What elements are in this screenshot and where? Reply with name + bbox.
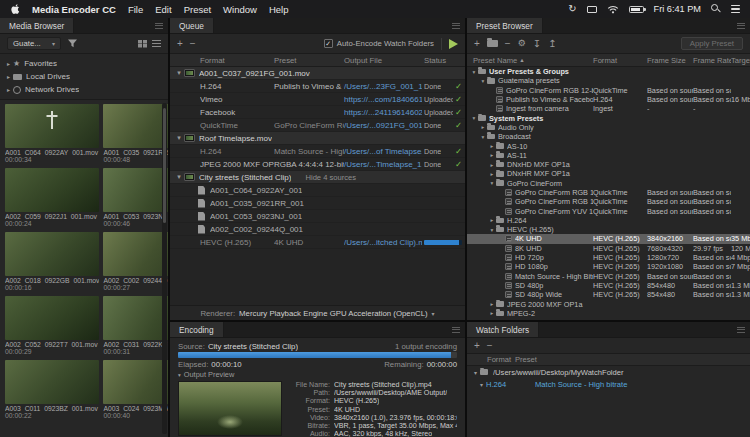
watch-folder-row[interactable]: ▾/Users/wwwiii/Desktop/MyWatchFolder: [467, 366, 750, 378]
auto-encode-checkbox[interactable]: ✓ Auto-Encode Watch Folders: [324, 39, 434, 48]
preset-row[interactable]: GoPro CineForm RGB 12-bit with alphaQuic…: [467, 188, 750, 197]
output-file-link[interactable]: /Users/...Timelapse_1.mxf: [344, 160, 422, 169]
menu-preset[interactable]: Preset: [184, 4, 211, 15]
collapse-icon[interactable]: ▾: [477, 381, 486, 388]
tree-item-local-drives[interactable]: ▸Local Drives: [0, 70, 168, 83]
add-source-button[interactable]: +: [177, 39, 183, 49]
import-preset-button[interactable]: ↧: [533, 39, 541, 49]
preset-row[interactable]: HD 720pHEVC (H.265)1280x720Based on sour…: [467, 253, 750, 262]
collapse-icon[interactable]: ▾: [470, 115, 478, 121]
grid-view-icon[interactable]: [138, 40, 147, 48]
clip-item[interactable]: A002_C059_0922J1_001.mov00:00:24: [5, 168, 99, 227]
collapse-icon[interactable]: ▾: [174, 134, 184, 142]
collapse-icon[interactable]: ▾: [488, 180, 496, 186]
remove-source-button[interactable]: −: [190, 39, 196, 49]
panel-menu-icon[interactable]: [732, 322, 750, 337]
preset-group-row[interactable]: ▸H.264: [467, 216, 750, 225]
source-dropdown[interactable]: Guate... ▾: [7, 37, 61, 50]
preset-group-row[interactable]: ▸JPEG 2000 MXF OP1a: [467, 299, 750, 308]
collapse-icon[interactable]: ▾: [471, 369, 480, 376]
spotlight-icon[interactable]: [711, 4, 721, 14]
clip-item[interactable]: A001_C064_0922AY_001.mov00:00:34: [5, 104, 99, 163]
renderer-dropdown[interactable]: Mercury Playback Engine GPU Acceleration…: [239, 309, 428, 318]
output-file-link[interactable]: /Users/...itched Clip).mp4: [344, 238, 422, 247]
wifi-icon[interactable]: [607, 5, 619, 14]
queue-group-row[interactable]: ▾City streets (Stitched Clip)Hide 4 sour…: [170, 171, 465, 184]
sync-icon[interactable]: ↻: [568, 4, 576, 14]
queue-source-row[interactable]: A001_C064_0922AY_001: [170, 184, 465, 197]
menu-edit[interactable]: Edit: [155, 4, 171, 15]
clip-item[interactable]: A001_C053_0923NJ_001.mov00:00:46: [103, 168, 168, 227]
watch-preset-dropdown[interactable]: Match Source - High bitrate: [535, 380, 750, 389]
tree-item-network-drives[interactable]: ▸Network Drives: [0, 83, 168, 96]
clip-item[interactable]: A003_C024_0923MM_001.mov00:00:40: [103, 360, 168, 419]
column-format[interactable]: Format: [593, 56, 647, 65]
column-target-rate[interactable]: Target Rate: [731, 56, 750, 65]
preset-group-row[interactable]: ▾Broadcast: [467, 132, 750, 141]
preset-group-row[interactable]: ▸DNxHD MXF OP1a: [467, 160, 750, 169]
queue-output-row[interactable]: Facebookhttps://...24119614602283Uploade…: [170, 106, 465, 119]
add-watch-folder-button[interactable]: +: [474, 341, 480, 351]
preset-row[interactable]: Match Source - High BitrateHEVC (H.265)B…: [467, 272, 750, 281]
menu-bar-clock[interactable]: Fri 6:41 PM: [654, 4, 701, 14]
preset-row[interactable]: 4K UHDHEVC (H.265)3840x2160Based on sour…: [467, 234, 750, 243]
preset-group-row[interactable]: ▾User Presets & Groups: [467, 67, 750, 76]
apply-preset-button[interactable]: Apply Preset: [681, 37, 743, 50]
column-status[interactable]: Status: [422, 56, 465, 65]
expand-icon[interactable]: ▸: [488, 217, 496, 223]
remove-watch-folder-button[interactable]: −: [487, 341, 493, 351]
expand-icon[interactable]: ▸: [488, 143, 496, 149]
output-preview-toggle[interactable]: ▾ Output Preview: [178, 370, 457, 379]
watch-output-row[interactable]: ▾H.264Match Source - High bitrate: [467, 378, 750, 390]
column-format[interactable]: Format: [467, 355, 515, 364]
preset-row[interactable]: GoPro CineForm RGB 12-bit with alpha at …: [467, 197, 750, 206]
display-icon[interactable]: [587, 6, 597, 13]
preset-row[interactable]: GoPro CineForm RGB 12-bit with alpha (Al…: [467, 86, 750, 95]
tree-item-favorites[interactable]: ▸★Favorites: [0, 57, 168, 70]
output-file-link[interactable]: /Users/...0921FG_001.mov: [344, 121, 422, 130]
expand-icon[interactable]: ▸: [479, 124, 487, 130]
delete-preset-button[interactable]: −: [505, 39, 511, 49]
queue-output-row[interactable]: HEVC (H.265)4K UHD/Users/...itched Clip)…: [170, 236, 465, 249]
scrollbar-thumb[interactable]: [163, 108, 166, 223]
new-group-button[interactable]: [487, 40, 498, 47]
column-frame-rate[interactable]: Frame Rate: [693, 56, 731, 65]
queue-output-row[interactable]: H.264Match Source - High bitrate/Users/.…: [170, 145, 465, 158]
preset-group-row[interactable]: ▸DNxHR MXF OP1a: [467, 169, 750, 178]
watch-format-dropdown[interactable]: H.264: [486, 380, 535, 389]
clip-item[interactable]: A002_C002_09244Q_001.mov00:00:27: [103, 232, 168, 291]
tab-encoding[interactable]: Encoding: [170, 322, 224, 337]
tab-preset-browser[interactable]: Preset Browser: [467, 18, 543, 33]
preset-row[interactable]: SD 480pHEVC (H.265)854x480Based on sourc…: [467, 281, 750, 290]
preset-settings-button[interactable]: ⚙: [518, 39, 526, 48]
output-file-link[interactable]: /Users/...23FG_001_1.mp4: [344, 82, 422, 91]
new-preset-button[interactable]: +: [474, 39, 480, 49]
queue-source-row[interactable]: A002_C002_09244Q_001: [170, 223, 465, 236]
preset-row[interactable]: GoPro CineForm YUV 10-bitQuickTimeBased …: [467, 206, 750, 215]
notification-center-icon[interactable]: [731, 5, 740, 14]
preset-row[interactable]: HD 1080pHEVC (H.265)1920x1080Based on so…: [467, 262, 750, 271]
start-queue-button[interactable]: [449, 39, 458, 49]
preset-group-row[interactable]: ▾HEVC (H.265): [467, 225, 750, 234]
column-preset-name[interactable]: Preset Name▲: [467, 56, 593, 65]
preset-group-row[interactable]: ▸Audio Only: [467, 123, 750, 132]
column-format[interactable]: Format: [170, 56, 274, 65]
panel-menu-icon[interactable]: [447, 322, 465, 337]
list-view-icon[interactable]: [152, 40, 161, 48]
column-frame-size[interactable]: Frame Size: [647, 56, 693, 65]
preset-row[interactable]: SD 480p WideHEVC (H.265)854x480Based on …: [467, 290, 750, 299]
collapse-icon[interactable]: ▾: [174, 69, 184, 77]
apple-menu[interactable]: [10, 3, 20, 15]
collapse-icon[interactable]: ▾: [174, 173, 184, 181]
clip-item[interactable]: A002_C031_0922KF_001.mov00:00:31: [103, 296, 168, 355]
collapse-icon[interactable]: ▾: [470, 69, 478, 75]
battery-icon[interactable]: [629, 6, 644, 13]
column-output-file[interactable]: Output File: [344, 56, 422, 65]
clip-item[interactable]: A002_C018_0922GB_001.mov00:00:16: [5, 232, 99, 291]
tab-watch-folders[interactable]: Watch Folders: [467, 322, 539, 337]
queue-output-row[interactable]: JPEG 2000 MXF OP1aRGBA 4:4:4:4 12-bit SE…: [170, 158, 465, 171]
clip-item[interactable]: A001_C035_0921RR_001.mov00:00:48: [103, 104, 168, 163]
output-file-link[interactable]: https://...com/184066142: [344, 95, 422, 104]
app-menu[interactable]: Media Encoder CC: [32, 4, 116, 15]
menu-help[interactable]: Help: [269, 4, 289, 15]
